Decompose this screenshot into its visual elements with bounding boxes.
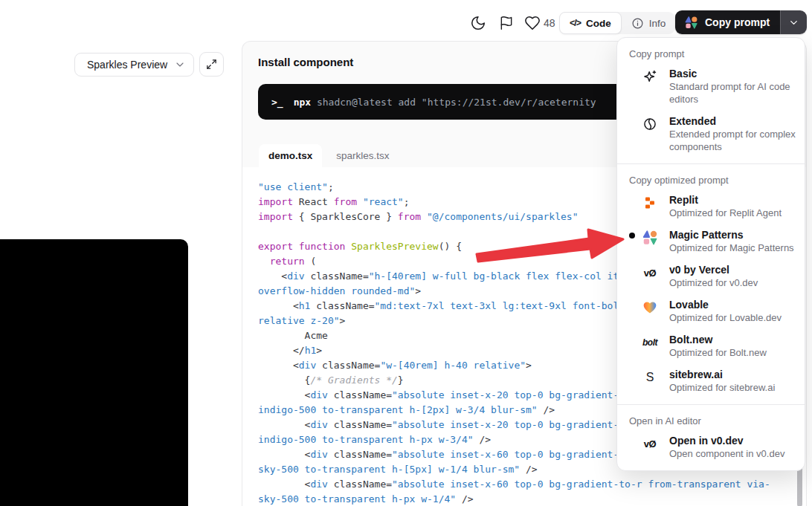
magic-patterns-icon	[641, 229, 659, 247]
menu-item-magic-patterns[interactable]: Magic PatternsOptimized for Magic Patter…	[617, 224, 805, 259]
replit-icon	[641, 194, 659, 212]
menu-item-label: Extended	[669, 114, 799, 128]
brain-icon	[641, 115, 659, 133]
tab-demo-tsx[interactable]: demo.tsx	[259, 144, 322, 167]
menu-item-label: Basic	[669, 67, 799, 80]
chevron-down-icon	[174, 59, 186, 71]
likes-count: 48	[544, 17, 555, 29]
chevron-down-icon	[788, 17, 799, 28]
menu-item-v0-by-vercel[interactable]: vØv0 by VercelOptimized for v0.dev	[617, 259, 805, 293]
view-toggle-group: </> Code Info	[559, 12, 675, 34]
flag-icon	[499, 16, 514, 30]
report-flag-button[interactable]	[498, 15, 515, 31]
copy-prompt-button[interactable]: Copy prompt	[675, 10, 780, 34]
menu-item-sitebrew-ai[interactable]: Ssitebrew.aiOptimized for sitebrew.ai	[617, 363, 805, 398]
component-preview-black-box	[0, 239, 188, 506]
component-variant-select[interactable]: Sparkles Preview	[74, 53, 194, 77]
v0-icon: vØ	[641, 264, 659, 282]
menu-item-description: Open component in v0.dev	[669, 447, 784, 460]
tab-sparkles-tsx[interactable]: sparkles.tsx	[326, 144, 399, 167]
moon-icon	[470, 15, 486, 31]
sitebrew-icon: S	[641, 369, 659, 386]
menu-item-description: Optimized for v0.dev	[669, 276, 758, 289]
info-button-label: Info	[649, 18, 666, 29]
menu-item-replit[interactable]: ReplitOptimized for Replit Agent	[617, 189, 805, 224]
menu-section-label: Copy optimized prompt	[617, 170, 805, 189]
terminal-prompt-icon: >_	[271, 97, 283, 108]
menu-section-label: Copy prompt	[617, 44, 805, 62]
menu-item-label: v0 by Vercel	[669, 263, 758, 276]
sparkles-icon	[641, 68, 659, 85]
component-variant-label: Sparkles Preview	[87, 59, 167, 71]
info-icon	[631, 17, 644, 30]
menu-divider	[617, 404, 805, 405]
code-brackets-icon: </>	[570, 18, 581, 28]
menu-item-open-in-v0-dev[interactable]: vØOpen in v0.devOpen component in v0.dev	[617, 429, 805, 464]
menu-item-extended[interactable]: ExtendedExtended prompt for complex comp…	[617, 110, 805, 158]
copy-prompt-split-button: Copy prompt	[675, 10, 807, 34]
code-line: <div className="absolute inset-x-60 top-…	[258, 477, 806, 492]
v0-icon: vØ	[641, 435, 659, 453]
magic-patterns-logo	[684, 16, 698, 30]
terminal-command-prefix: npx	[294, 97, 311, 108]
menu-item-bolt-new[interactable]: boltBolt.newOptimized for Bolt.new	[617, 328, 805, 363]
menu-item-lovable[interactable]: LovableOptimized for Lovable.dev	[617, 293, 805, 328]
menu-item-label: Replit	[669, 193, 782, 207]
menu-item-description: Optimized for sitebrew.ai	[669, 381, 775, 394]
menu-item-description: Optimized for Bolt.new	[669, 346, 767, 359]
code-file-tabs: demo.tsx sparkles.tsx	[259, 144, 399, 167]
menu-divider	[617, 163, 805, 164]
install-panel-title: Install component	[258, 56, 353, 68]
terminal-command: shadcn@latest add "https://21st.dev/r/ac…	[311, 97, 596, 108]
selected-indicator-dot	[629, 233, 635, 239]
lovable-icon	[641, 299, 659, 317]
tab-label: demo.tsx	[268, 150, 312, 161]
expand-icon	[206, 59, 217, 70]
tab-info[interactable]: Info	[622, 12, 676, 34]
tab-label: sparkles.tsx	[336, 150, 389, 161]
heart-icon	[524, 15, 541, 31]
bolt-icon: bolt	[641, 334, 659, 351]
menu-item-description: Extended prompt for complex components	[669, 128, 799, 153]
code-button-label: Code	[586, 18, 611, 29]
menu-item-label: Magic Patterns	[669, 228, 794, 241]
menu-item-basic[interactable]: BasicStandard prompt for AI code editors	[617, 62, 805, 110]
menu-section-label: Open in AI editor	[617, 411, 805, 429]
menu-item-description: Standard prompt for AI code editors	[669, 80, 799, 106]
menu-item-description: Optimized for Magic Patterns	[669, 241, 794, 254]
copy-prompt-menu: Copy promptBasicStandard prompt for AI c…	[616, 37, 805, 471]
menu-item-label: sitebrew.ai	[669, 368, 775, 381]
menu-item-description: Optimized for Replit Agent	[669, 207, 782, 219]
dark-mode-toggle-button[interactable]	[469, 14, 487, 32]
fullscreen-button[interactable]	[199, 52, 224, 77]
copy-prompt-dropdown-toggle[interactable]	[780, 10, 807, 34]
like-button[interactable]	[523, 14, 541, 32]
code-line: sky-500 to-transparent h-px w-1/4" />	[258, 492, 806, 506]
menu-item-label: Open in v0.dev	[669, 434, 784, 447]
copy-prompt-label: Copy prompt	[705, 16, 770, 28]
tab-code[interactable]: </> Code	[559, 12, 622, 34]
menu-item-label: Lovable	[669, 298, 782, 311]
menu-item-description: Optimized for Lovable.dev	[669, 311, 782, 324]
menu-item-label: Bolt.new	[669, 333, 767, 346]
